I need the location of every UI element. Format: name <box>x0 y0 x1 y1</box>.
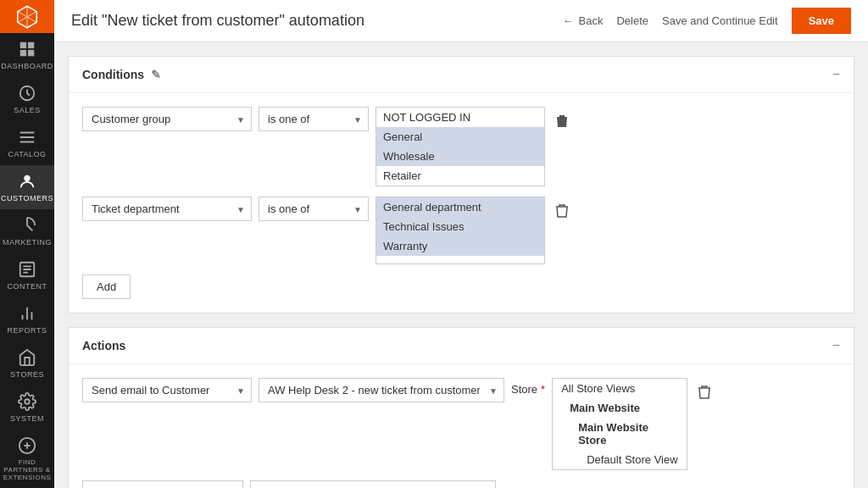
list-item[interactable]: Default Store View <box>553 450 687 469</box>
back-arrow-icon: ← <box>563 14 574 27</box>
conditions-section: Conditions ✎ − Customer group Ticket dep… <box>68 56 854 313</box>
page-title: Edit "New ticket from customer" automati… <box>71 12 364 30</box>
list-item[interactable]: Retailer <box>376 166 544 186</box>
actions-body: Send email to Customer ▼ AW Help Desk 2 … <box>69 364 854 488</box>
action-field-wrap-1: Send email to Customer ▼ <box>82 378 252 402</box>
actions-header: Actions − <box>69 328 854 364</box>
condition-row-2: Ticket department Customer group ▼ is on… <box>82 197 840 264</box>
action-field-wrap-2: Assign ticket to ▼ <box>82 480 243 488</box>
action-row-2: Assign ticket to ▼ Unassigned ▼ <box>82 480 840 488</box>
sidebar-item-customers[interactable]: CUSTOMERS <box>0 165 54 209</box>
sidebar-extensions-label: FIND PARTNERS & EXTENSIONS <box>3 458 52 481</box>
delete-action-1-button[interactable] <box>694 381 715 407</box>
delete-condition-2-button[interactable] <box>552 200 572 225</box>
sidebar-item-reports[interactable]: REPORTS <box>0 297 54 341</box>
condition-field-select-1[interactable]: Customer group Ticket department <box>82 107 252 131</box>
svg-rect-2 <box>20 50 26 56</box>
conditions-header: Conditions ✎ − <box>69 57 854 93</box>
conditions-title: Conditions ✎ <box>82 68 161 81</box>
actions-collapse-icon[interactable]: − <box>832 338 840 353</box>
sidebar-marketing-label: MARKETING <box>3 238 52 247</box>
sidebar-content-label: CONTENT <box>8 282 47 291</box>
svg-rect-1 <box>28 42 34 48</box>
sidebar-dashboard-label: DASHBOARD <box>1 62 53 70</box>
list-item[interactable]: Wholesale <box>376 147 544 166</box>
sidebar-item-content[interactable]: CONTENT <box>0 253 54 297</box>
sidebar-item-stores[interactable]: STORES <box>0 341 54 385</box>
delete-button[interactable]: Delete <box>616 14 648 27</box>
list-item[interactable]: All Store Views <box>553 379 687 398</box>
list-item[interactable]: Technical Issues <box>376 217 544 236</box>
condition-operator-wrap-1: is one of is not one of ▼ <box>259 107 369 131</box>
sidebar-customers-label: CUSTOMERS <box>1 194 53 202</box>
sidebar-item-sales[interactable]: SALES <box>0 77 54 121</box>
sidebar-sales-label: SALES <box>14 106 41 114</box>
action-assign-wrap: Unassigned ▼ <box>250 480 496 488</box>
delete-action-2-button[interactable] <box>503 484 523 488</box>
add-condition-button[interactable]: Add <box>82 274 131 299</box>
action-template-wrap: AW Help Desk 2 - new ticket from custome… <box>259 378 504 402</box>
list-item[interactable]: General department <box>376 197 544 217</box>
svg-rect-0 <box>20 42 26 48</box>
page-content: Conditions ✎ − Customer group Ticket dep… <box>54 42 868 488</box>
condition-field-wrap-2: Ticket department Customer group ▼ <box>82 197 252 221</box>
actions-title: Actions <box>82 339 125 352</box>
condition-values-list-1[interactable]: NOT LOGGED IN General Wholesale Retailer <box>376 107 545 186</box>
svg-point-7 <box>25 399 30 404</box>
action-type-select-1[interactable]: Send email to Customer <box>82 378 252 402</box>
list-item[interactable]: NOT LOGGED IN <box>376 108 544 127</box>
store-values-list[interactable]: All Store Views Main Website Main Websit… <box>552 378 687 470</box>
page-header: Edit "New ticket from customer" automati… <box>54 0 868 42</box>
conditions-collapse-icon[interactable]: − <box>832 67 840 82</box>
store-label: Store * <box>511 383 545 396</box>
sidebar: DASHBOARD SALES CATALOG CUSTOMERS MARKET… <box>0 0 54 488</box>
main-content: Edit "New ticket from customer" automati… <box>54 0 868 488</box>
sidebar-reports-label: REPORTS <box>8 326 47 335</box>
sidebar-logo[interactable] <box>0 0 54 33</box>
sidebar-item-extensions[interactable]: FIND PARTNERS & EXTENSIONS <box>0 430 54 488</box>
sidebar-system-label: SYSTEM <box>10 414 44 423</box>
delete-condition-1-button[interactable] <box>552 110 572 136</box>
sidebar-item-marketing[interactable]: MARKETING <box>0 209 54 253</box>
save-continue-button[interactable]: Save and Continue Edit <box>662 14 778 27</box>
condition-values-list-2[interactable]: General department Technical Issues Warr… <box>376 197 545 264</box>
svg-rect-3 <box>28 50 34 56</box>
header-actions: ← Back Delete Save and Continue Edit Sav… <box>563 8 851 34</box>
back-button[interactable]: ← Back <box>563 14 604 27</box>
action-assign-select[interactable]: Unassigned <box>250 480 496 488</box>
condition-operator-select-2[interactable]: is one of is not one of <box>259 197 369 221</box>
condition-field-wrap-1: Customer group Ticket department ▼ <box>82 107 252 131</box>
condition-row-1: Customer group Ticket department ▼ is on… <box>82 107 840 186</box>
action-template-select[interactable]: AW Help Desk 2 - new ticket from custome… <box>259 378 504 402</box>
condition-field-select-2[interactable]: Ticket department Customer group <box>82 197 252 221</box>
list-item[interactable]: Warranty <box>376 236 544 256</box>
list-item[interactable]: Main Website Store <box>553 418 687 450</box>
sidebar-stores-label: STORES <box>10 370 44 379</box>
list-item[interactable]: General <box>376 127 544 147</box>
action-row-1: Send email to Customer ▼ AW Help Desk 2 … <box>82 378 840 470</box>
sidebar-item-system[interactable]: SYSTEM <box>0 385 54 430</box>
actions-section: Actions − Send email to Customer ▼ AW <box>68 327 854 488</box>
svg-point-5 <box>24 175 30 181</box>
edit-icon[interactable]: ✎ <box>151 68 161 81</box>
sidebar-catalog-label: CATALOG <box>8 150 46 158</box>
sidebar-item-dashboard[interactable]: DASHBOARD <box>0 33 54 77</box>
condition-operator-select-1[interactable]: is one of is not one of <box>259 107 369 131</box>
condition-operator-wrap-2: is one of is not one of ▼ <box>259 197 369 221</box>
required-star: * <box>541 383 545 396</box>
save-button[interactable]: Save <box>792 8 851 34</box>
list-item[interactable]: Main Website <box>553 398 687 418</box>
sidebar-item-catalog[interactable]: CATALOG <box>0 121 54 165</box>
action-type-select-2[interactable]: Assign ticket to <box>82 480 243 488</box>
conditions-body: Customer group Ticket department ▼ is on… <box>69 93 854 313</box>
